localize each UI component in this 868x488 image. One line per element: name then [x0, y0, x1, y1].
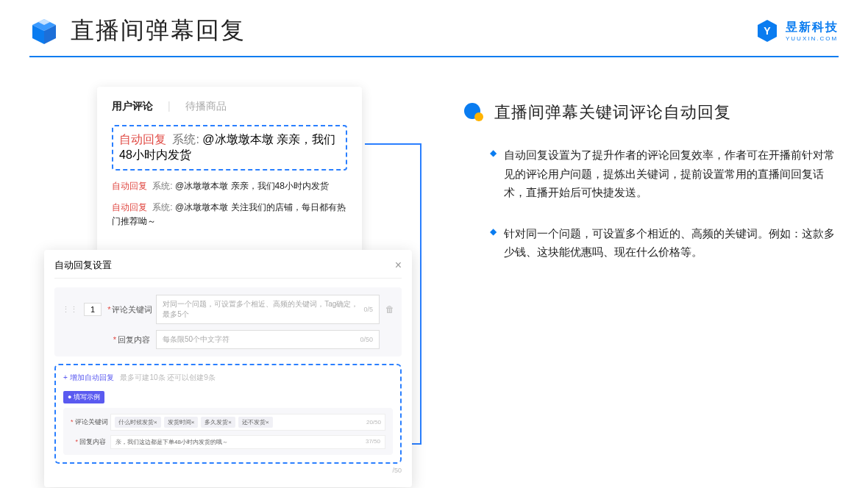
comment-row: 自动回复 系统: @冰墩墩本墩 亲亲，我们48小时内发货 [119, 132, 340, 163]
settings-panel: 自动回复设置 × ⋮⋮ 1 *评论关键词 对同一个问题，可设置多个相近、高频的关… [44, 250, 412, 487]
cube-icon [29, 16, 59, 46]
keyword-input[interactable]: 对同一个问题，可设置多个相近、高频的关键词，Tag确定，最多5个 0/5 [156, 295, 380, 324]
add-button[interactable]: + 增加自动回复 [63, 373, 114, 381]
tag: 什么时候发货× [115, 417, 161, 428]
logo-icon: Y [755, 18, 780, 43]
diamond-icon: ◆ [490, 226, 497, 262]
comments-panel: 用户评论 | 待播商品 自动回复 系统: @冰墩墩本墩 亲亲，我们48小时内发货… [97, 87, 362, 254]
svg-point-7 [474, 112, 483, 121]
example-tags: 什么时候发货× 发货时间× 多久发货× 还不发货× 20/50 [110, 414, 385, 431]
field-label: *评论关键词 [107, 304, 150, 315]
system-label: 系统: [152, 202, 172, 212]
comment-row: 自动回复 系统: @冰墩墩本墩 亲亲，我们48小时内发货 [112, 179, 347, 193]
system-label: 系统: [172, 133, 199, 146]
example-badge: ● 填写示例 [63, 391, 104, 403]
diamond-icon: ◆ [490, 148, 497, 202]
example-content-row: *回复内容 亲，我们这边都是下单48小时内发货的哦～ 37/50 [71, 435, 385, 449]
modal-header: 自动回复设置 × [54, 259, 402, 279]
logo: Y 昱新科技 YUUXIN.COM [755, 18, 839, 43]
logo-en: YUUXIN.COM [786, 35, 838, 42]
drag-handle-icon[interactable]: ⋮⋮ [62, 305, 78, 315]
example-content: 亲，我们这边都是下单48小时内发货的哦～ 37/50 [110, 435, 385, 449]
index-badge: 1 [84, 303, 102, 316]
example-keyword-row: *评论关键词 什么时候发货× 发货时间× 多久发货× 还不发货× 20/50 [71, 414, 385, 431]
comment-text: @冰墩墩本墩 亲亲，我们48小时内发货 [175, 181, 329, 191]
right-column: 直播间弹幕关键词评论自动回复 ◆ 自动回复设置为了提升作者的评论回复效率，作者可… [449, 87, 842, 284]
panel-footer: /50 [54, 467, 402, 474]
logo-cn: 昱新科技 [786, 20, 839, 35]
bullet-text: 针对同一个问题，可设置多个相近的、高频的关键词。例如：这款多少钱、这块能优惠吗、… [504, 224, 842, 262]
form-row-keyword: ⋮⋮ 1 *评论关键词 对同一个问题，可设置多个相近、高频的关键词，Tag确定，… [62, 295, 394, 324]
form-block: ⋮⋮ 1 *评论关键词 对同一个问题，可设置多个相近、高频的关键词，Tag确定，… [54, 287, 402, 356]
modal-title: 自动回复设置 [54, 259, 112, 272]
add-line: + 增加自动回复 最多可建10条 还可以创建9条 [63, 373, 393, 383]
left-column: 用户评论 | 待播商品 自动回复 系统: @冰墩墩本墩 亲亲，我们48小时内发货… [44, 87, 427, 284]
tab-comments[interactable]: 用户评论 [112, 100, 153, 113]
highlighted-comment: 自动回复 系统: @冰墩墩本墩 亲亲，我们48小时内发货 [112, 125, 347, 171]
example-box: + 增加自动回复 最多可建10条 还可以创建9条 ● 填写示例 *评论关键词 什… [54, 364, 402, 464]
tabs: 用户评论 | 待播商品 [112, 100, 347, 113]
content-input[interactable]: 每条限50个中文字符 0/50 [156, 330, 380, 349]
bullet-item: ◆ 自动回复设置为了提升作者的评论回复效率，作者可在开播前针对常见的评论用户问题… [463, 146, 842, 202]
trash-icon[interactable]: 🗑 [385, 304, 394, 315]
tab-products[interactable]: 待播商品 [185, 100, 227, 113]
close-icon[interactable]: × [395, 259, 402, 272]
tag: 发货时间× [164, 417, 199, 428]
comment-row: 自动回复 系统: @冰墩墩本墩 关注我们的店铺，每日都有热门推荐呦～ [112, 201, 347, 229]
bubble-icon [463, 102, 484, 123]
tag: 还不发货× [238, 417, 273, 428]
example-block: *评论关键词 什么时候发货× 发货时间× 多久发货× 还不发货× 20/50 *… [63, 408, 393, 455]
bullet-text: 自动回复设置为了提升作者的评论回复效率，作者可在开播前针对常见的评论用户问题，提… [504, 146, 842, 202]
section-header: 直播间弹幕关键词评论自动回复 [463, 101, 842, 123]
field-label: *回复内容 [107, 334, 150, 345]
auto-reply-tag: 自动回复 [119, 133, 166, 146]
page-title: 直播间弹幕回复 [71, 15, 246, 47]
auto-reply-tag: 自动回复 [112, 202, 147, 212]
add-hint: 最多可建10条 还可以创建9条 [120, 373, 215, 381]
bullet-item: ◆ 针对同一个问题，可设置多个相近的、高频的关键词。例如：这款多少钱、这块能优惠… [463, 224, 842, 262]
svg-point-5 [772, 24, 775, 26]
header: 直播间弹幕回复 Y 昱新科技 YUUXIN.COM [0, 0, 868, 47]
comments-list: 自动回复 系统: @冰墩墩本墩 亲亲，我们48小时内发货 自动回复 系统: @冰… [112, 179, 347, 229]
form-row-content: *回复内容 每条限50个中文字符 0/50 [62, 330, 394, 349]
svg-text:Y: Y [764, 25, 771, 37]
auto-reply-tag: 自动回复 [112, 181, 147, 191]
title-wrap: 直播间弹幕回复 [29, 15, 246, 47]
tag: 多久发货× [201, 417, 235, 428]
system-label: 系统: [152, 181, 172, 191]
section-title: 直播间弹幕关键词评论自动回复 [494, 101, 731, 123]
